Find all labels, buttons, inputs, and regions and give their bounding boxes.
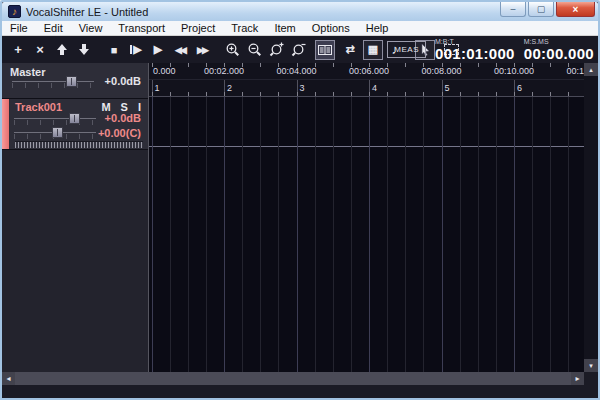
vertical-scrollbar[interactable]: ▴ ▾ bbox=[584, 63, 598, 372]
beat-tick bbox=[333, 92, 334, 96]
ruler-tick bbox=[242, 63, 243, 67]
beat-tick bbox=[278, 92, 279, 96]
play-button[interactable]: ▶ bbox=[149, 40, 167, 60]
beat-tick bbox=[170, 92, 171, 96]
grid-snap-button[interactable]: ▦ bbox=[363, 40, 383, 60]
menu-item-item[interactable]: Item bbox=[266, 22, 303, 34]
hscroll-thumb[interactable] bbox=[15, 372, 571, 385]
menu-item-transport[interactable]: Transport bbox=[110, 22, 173, 34]
play-from-bar-icon: ▶ bbox=[130, 43, 141, 56]
timecode-msms: M:S.MS 00:00.000 bbox=[524, 38, 594, 61]
ruler-tick bbox=[496, 63, 497, 67]
scroll-up-button[interactable]: ▴ bbox=[584, 63, 598, 76]
master-track-row[interactable]: Master +0.0dB bbox=[2, 63, 148, 99]
zoom-in-vertical-button[interactable] bbox=[267, 40, 285, 60]
grid-line bbox=[442, 97, 443, 372]
zoom-out-vertical-button[interactable] bbox=[289, 40, 307, 60]
beat-tick bbox=[423, 92, 424, 96]
horizontal-scrollbar[interactable]: ◂ ▸ bbox=[2, 372, 584, 385]
maximize-button[interactable]: ▢ bbox=[528, 2, 554, 17]
timeline-ruler[interactable]: 0.00000:02.00000:04.00000:06.00000:08.00… bbox=[149, 63, 584, 97]
close-button[interactable]: × bbox=[556, 2, 595, 17]
grid-line bbox=[170, 97, 171, 372]
menu-item-edit[interactable]: Edit bbox=[36, 22, 71, 34]
track001-row[interactable]: Track001 M S I +0.0dB +0.00(C) bbox=[2, 99, 148, 150]
title-bar[interactable]: ♪ VocalShifter LE - Untitled – ▢ × bbox=[2, 2, 598, 21]
time-label: 00:08.000 bbox=[421, 66, 461, 76]
menu-item-options[interactable]: Options bbox=[304, 22, 358, 34]
app-window: ♪ VocalShifter LE - Untitled – ▢ × FileE… bbox=[0, 0, 600, 400]
beat-tick bbox=[188, 92, 189, 96]
add-item-button[interactable]: + bbox=[9, 40, 27, 60]
grid-line bbox=[278, 97, 279, 372]
move-up-button[interactable] bbox=[53, 40, 71, 60]
slider-track bbox=[12, 81, 94, 82]
ruler-tick bbox=[514, 63, 515, 67]
toolbar: + × ■ ▶ ▶ ◀◀ ▶▶ ⇄ ▦ ♩ MEAS M:B:T 001:01:… bbox=[2, 36, 598, 63]
rewind-button[interactable]: ◀◀ bbox=[171, 40, 189, 60]
timecode-mbt: M:B:T 001:01:000 bbox=[435, 38, 515, 61]
beat-tick bbox=[478, 92, 479, 96]
pitch-edit-button[interactable] bbox=[315, 40, 335, 60]
minimize-button[interactable]: – bbox=[500, 2, 526, 17]
grid-area[interactable] bbox=[149, 97, 584, 372]
ruler-tick bbox=[442, 63, 443, 67]
ruler-tick bbox=[188, 63, 189, 67]
track-boundary-line bbox=[149, 146, 584, 147]
ruler-tick bbox=[170, 63, 171, 67]
ruler-tick bbox=[478, 63, 479, 67]
grid-line bbox=[260, 97, 261, 372]
window-controls: – ▢ × bbox=[498, 2, 595, 17]
forward-button[interactable]: ▶▶ bbox=[193, 40, 211, 60]
ruler-tick bbox=[278, 63, 279, 67]
zoom-in-icon bbox=[225, 42, 240, 57]
master-gain-value: +0.0dB bbox=[105, 75, 141, 87]
scroll-down-button[interactable]: ▾ bbox=[584, 359, 598, 372]
menu-item-file[interactable]: File bbox=[2, 22, 36, 34]
menu-item-view[interactable]: View bbox=[71, 22, 111, 34]
play-pause-button[interactable]: ▶ bbox=[127, 40, 145, 60]
ruler-tick bbox=[532, 63, 533, 67]
measure-number: 5 bbox=[445, 83, 450, 93]
scroll-right-button[interactable]: ▸ bbox=[571, 372, 584, 385]
menu-item-project[interactable]: Project bbox=[173, 22, 223, 34]
time-label: 00:10.000 bbox=[494, 66, 534, 76]
menu-item-track[interactable]: Track bbox=[223, 22, 266, 34]
beat-tick bbox=[351, 92, 352, 96]
ruler-tick bbox=[423, 63, 424, 67]
loop-button[interactable]: ⇄ bbox=[341, 40, 359, 60]
beat-tick bbox=[550, 92, 551, 96]
master-gain-slider[interactable] bbox=[12, 76, 94, 89]
slider-handle[interactable] bbox=[66, 76, 77, 87]
beat-tick bbox=[242, 92, 243, 96]
ruler-tick bbox=[351, 63, 352, 67]
zoom-in-horizontal-button[interactable] bbox=[223, 40, 241, 60]
ruler-tick bbox=[568, 63, 569, 67]
beat-tick bbox=[460, 92, 461, 96]
grid-line bbox=[423, 97, 424, 372]
track-gain-value: +0.0dB bbox=[105, 112, 141, 124]
slider-handle[interactable] bbox=[69, 113, 80, 124]
arrow-up-icon bbox=[56, 43, 68, 56]
menu-item-help[interactable]: Help bbox=[358, 22, 397, 34]
track-gain-slider[interactable] bbox=[14, 113, 96, 126]
hscroll-row: ◂ ▸ bbox=[2, 372, 598, 385]
track-pitch-slider[interactable] bbox=[14, 127, 96, 140]
ruler-tick bbox=[387, 63, 388, 67]
slider-track bbox=[14, 118, 96, 119]
zoom-out-horizontal-button[interactable] bbox=[245, 40, 263, 60]
app-icon: ♪ bbox=[8, 5, 21, 18]
delete-item-button[interactable]: × bbox=[31, 40, 49, 60]
track-color-bar bbox=[2, 99, 9, 149]
stop-button[interactable]: ■ bbox=[105, 40, 123, 60]
zoom-in-vertical-icon bbox=[269, 42, 284, 57]
ruler-tick bbox=[315, 63, 316, 67]
move-down-button[interactable] bbox=[75, 40, 93, 60]
scroll-left-button[interactable]: ◂ bbox=[2, 372, 15, 385]
grid-line bbox=[188, 97, 189, 372]
timeline-column: 0.00000:02.00000:04.00000:06.00000:08.00… bbox=[149, 63, 584, 372]
meas-button[interactable]: MEAS bbox=[387, 41, 426, 58]
ruler-tick bbox=[260, 63, 261, 67]
slider-handle[interactable] bbox=[52, 127, 63, 138]
beat-tick bbox=[369, 92, 370, 96]
